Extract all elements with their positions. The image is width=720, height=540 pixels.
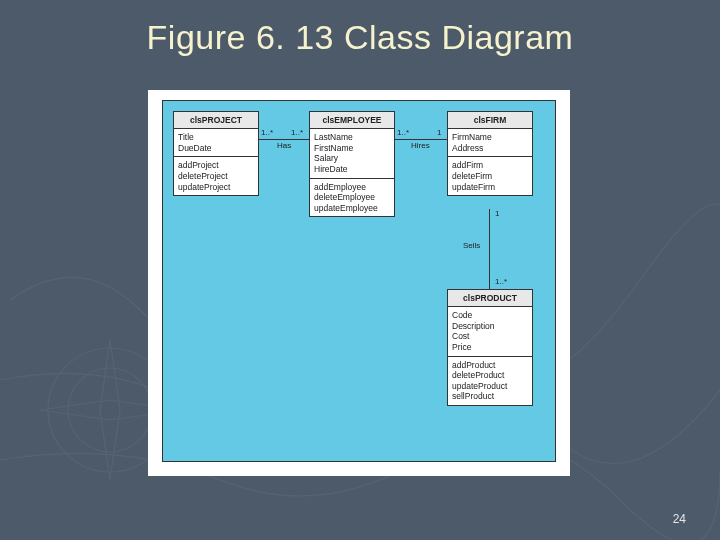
class-project: clsPROJECT Title DueDate addProject dele… xyxy=(173,111,259,196)
attr: LastName xyxy=(314,132,390,143)
class-employee-name: clsEMPLOYEE xyxy=(310,112,394,129)
class-employee-attributes: LastName FirstName Salary HireDate xyxy=(310,129,394,179)
rel-has-right-mult: 1..* xyxy=(291,128,303,137)
attr: Description xyxy=(452,321,528,332)
class-project-attributes: Title DueDate xyxy=(174,129,258,157)
attr: HireDate xyxy=(314,164,390,175)
svg-point-1 xyxy=(68,368,152,452)
attr: FirmName xyxy=(452,132,528,143)
attr: Salary xyxy=(314,153,390,164)
class-product-operations: addProduct deleteProduct updateProduct s… xyxy=(448,357,532,406)
class-product: clsPRODUCT Code Description Cost Price a… xyxy=(447,289,533,406)
rel-sells-label: Sells xyxy=(463,241,480,250)
rel-hires-label: Hires xyxy=(411,141,430,150)
op: sellProduct xyxy=(452,391,528,402)
rel-hires-left-mult: 1..* xyxy=(397,128,409,137)
op: updateProject xyxy=(178,182,254,193)
class-firm-operations: addFirm deleteFirm updateFirm xyxy=(448,157,532,195)
attr: DueDate xyxy=(178,143,254,154)
diagram-canvas: clsPROJECT Title DueDate addProject dele… xyxy=(162,100,556,462)
rel-sells-top-mult: 1 xyxy=(495,209,499,218)
op: addProject xyxy=(178,160,254,171)
op: updateProduct xyxy=(452,381,528,392)
op: addProduct xyxy=(452,360,528,371)
op: updateFirm xyxy=(452,182,528,193)
op: deleteEmployee xyxy=(314,192,390,203)
op: deleteProject xyxy=(178,171,254,182)
diagram-frame: clsPROJECT Title DueDate addProject dele… xyxy=(148,90,570,476)
rel-hires-right-mult: 1 xyxy=(437,128,441,137)
class-firm-attributes: FirmName Address xyxy=(448,129,532,157)
class-firm: clsFIRM FirmName Address addFirm deleteF… xyxy=(447,111,533,196)
op: updateEmployee xyxy=(314,203,390,214)
class-product-attributes: Code Description Cost Price xyxy=(448,307,532,357)
attr: Cost xyxy=(452,331,528,342)
rel-has-label: Has xyxy=(277,141,291,150)
op: deleteProduct xyxy=(452,370,528,381)
attr: FirstName xyxy=(314,143,390,154)
rel-hires-line xyxy=(395,139,447,140)
class-employee: clsEMPLOYEE LastName FirstName Salary Hi… xyxy=(309,111,395,217)
rel-has-left-mult: 1..* xyxy=(261,128,273,137)
class-firm-name: clsFIRM xyxy=(448,112,532,129)
attr: Title xyxy=(178,132,254,143)
attr: Price xyxy=(452,342,528,353)
class-employee-operations: addEmployee deleteEmployee updateEmploye… xyxy=(310,179,394,217)
attr: Address xyxy=(452,143,528,154)
page-number: 24 xyxy=(673,512,686,526)
rel-sells-bottom-mult: 1..* xyxy=(495,277,507,286)
rel-sells-line xyxy=(489,209,490,289)
slide-title: Figure 6. 13 Class Diagram xyxy=(0,18,720,57)
rel-has-line xyxy=(259,139,309,140)
class-product-name: clsPRODUCT xyxy=(448,290,532,307)
op: addFirm xyxy=(452,160,528,171)
class-project-operations: addProject deleteProject updateProject xyxy=(174,157,258,195)
op: addEmployee xyxy=(314,182,390,193)
class-project-name: clsPROJECT xyxy=(174,112,258,129)
op: deleteFirm xyxy=(452,171,528,182)
attr: Code xyxy=(452,310,528,321)
